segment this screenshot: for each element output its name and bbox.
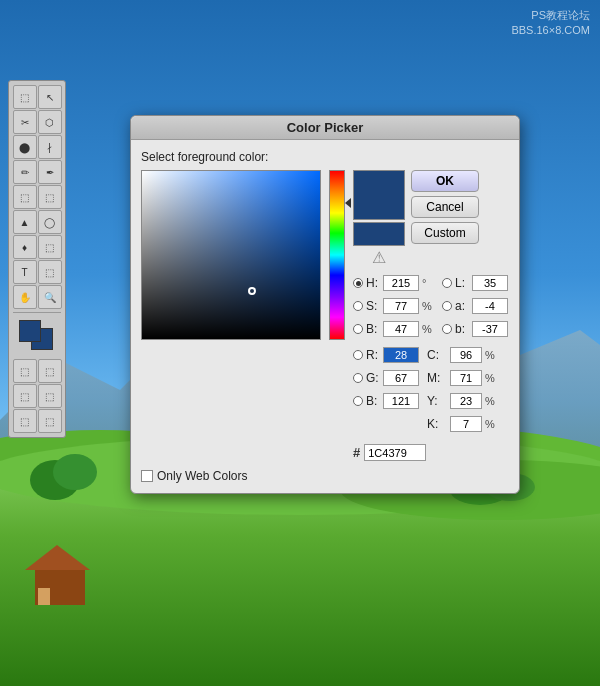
dialog-titlebar: Color Picker [131,116,519,140]
tool-pen[interactable]: ⬚ [38,235,62,259]
hsb-b-unit: % [422,323,434,335]
tool-hand[interactable]: ✋ [13,285,37,309]
tool-dodge[interactable]: ♦ [13,235,37,259]
tool-crop[interactable]: ⬤ [13,135,37,159]
tool-clone[interactable]: ⬚ [13,185,37,209]
hsb-b-radio[interactable] [353,324,363,334]
tool-extra5[interactable]: ⬚ [13,409,37,433]
tool-type[interactable]: T [13,260,37,284]
tool-extra6[interactable]: ⬚ [38,409,62,433]
tool-zoom[interactable]: 🔍 [38,285,62,309]
hsb-h-radio[interactable] [353,278,363,288]
cmyk-k-label: K: [427,417,447,431]
hex-row: # [353,444,509,461]
hsb-s-label: S: [366,299,380,313]
tool-extra4[interactable]: ⬚ [38,384,62,408]
tool-brush[interactable]: ✒ [38,160,62,184]
rgb-b-label: B: [366,394,380,408]
hsb-inputs: H: ° S: % B: [353,273,434,339]
tool-eraser[interactable]: ▲ [13,210,37,234]
cmyk-y-label: Y: [427,394,447,408]
lab-b-field[interactable] [472,321,508,337]
lab-a-label: a: [455,299,469,313]
hue-spectrum-slider[interactable] [329,170,345,340]
web-colors-row: Only Web Colors [141,469,509,483]
web-colors-label: Only Web Colors [157,469,247,483]
spectrum-arrow [345,198,351,208]
hsb-b-field[interactable] [383,321,419,337]
ok-button[interactable]: OK [411,170,479,192]
rgb-r-field[interactable] [383,347,419,363]
lab-b-radio[interactable] [442,324,452,334]
watermark: PS教程论坛 BBS.16×8.COM [511,8,590,39]
foreground-color-swatch[interactable] [19,320,41,342]
tool-extra3[interactable]: ⬚ [13,384,37,408]
tool-slice[interactable]: ∤ [38,135,62,159]
hex-label: # [353,445,360,460]
rgb-r-radio[interactable] [353,350,363,360]
web-colors-checkbox[interactable] [141,470,153,482]
custom-button[interactable]: Custom [411,222,479,244]
color-preview-old [353,222,405,246]
watermark-line1: PS教程论坛 [511,8,590,23]
lab-l-field[interactable] [472,275,508,291]
color-picker-dialog: Color Picker Select foreground color: [130,115,520,494]
dialog-buttons: OK Cancel Custom [411,170,479,244]
watermark-line2: BBS.16×8.COM [511,23,590,38]
hsb-h-unit: ° [422,277,434,289]
cmyk-k-field[interactable] [450,416,482,432]
tool-lasso[interactable]: ✂ [13,110,37,134]
hsb-h-label: H: [366,276,380,290]
tool-extra1[interactable]: ⬚ [13,359,37,383]
tool-heal[interactable]: ✏ [13,160,37,184]
lab-a-radio[interactable] [442,301,452,311]
cmyk-m-label: M: [427,371,447,385]
tool-move[interactable]: ↖ [38,85,62,109]
color-saturation-brightness-field[interactable] [141,170,321,340]
lab-a-field[interactable] [472,298,508,314]
dialog-title: Color Picker [287,120,364,135]
gamut-warning-icon: ⚠ [372,248,386,267]
tool-path[interactable]: ⬚ [38,260,62,284]
rgb-r-label: R: [366,348,380,362]
cmyk-m-field[interactable] [450,370,482,386]
lab-l-radio[interactable] [442,278,452,288]
rgb-b-field[interactable] [383,393,419,409]
rgb-inputs: R: G: B: [353,345,419,434]
hsb-s-radio[interactable] [353,301,363,311]
tool-extra2[interactable]: ⬚ [38,359,62,383]
cancel-button[interactable]: Cancel [411,196,479,218]
cmyk-c-unit: % [485,349,497,361]
rgb-g-radio[interactable] [353,373,363,383]
toolbar-divider [13,312,61,313]
rgb-g-field[interactable] [383,370,419,386]
cmyk-c-field[interactable] [450,347,482,363]
hsb-h-field[interactable] [383,275,419,291]
cmyk-m-unit: % [485,372,497,384]
rgb-b-radio[interactable] [353,396,363,406]
cmyk-k-unit: % [485,418,497,430]
cmyk-inputs: C: % M: % Y: % [427,345,497,434]
dialog-label: Select foreground color: [141,150,509,164]
tool-gradient[interactable]: ◯ [38,210,62,234]
lab-l-label: L: [455,276,469,290]
cmyk-y-field[interactable] [450,393,482,409]
hsb-b-label: B: [366,322,380,336]
lab-inputs: L: a: b: [442,273,508,339]
tool-magic-wand[interactable]: ⬡ [38,110,62,134]
hsb-s-unit: % [422,300,434,312]
cmyk-c-label: C: [427,348,447,362]
cmyk-y-unit: % [485,395,497,407]
lab-b-label: b: [455,322,469,336]
tool-history[interactable]: ⬚ [38,185,62,209]
tool-marquee[interactable]: ⬚ [13,85,37,109]
hsb-s-field[interactable] [383,298,419,314]
hex-field[interactable] [364,444,426,461]
color-preview-new [353,170,405,220]
color-swatches[interactable] [17,320,57,352]
rgb-g-label: G: [366,371,380,385]
left-toolbar: ⬚ ↖ ✂ ⬡ ⬤ ∤ ✏ ✒ ⬚ ⬚ ▲ ◯ ♦ ⬚ T ⬚ ✋ 🔍 ⬚ ⬚ [8,80,66,438]
color-field-dark-overlay [142,171,320,339]
